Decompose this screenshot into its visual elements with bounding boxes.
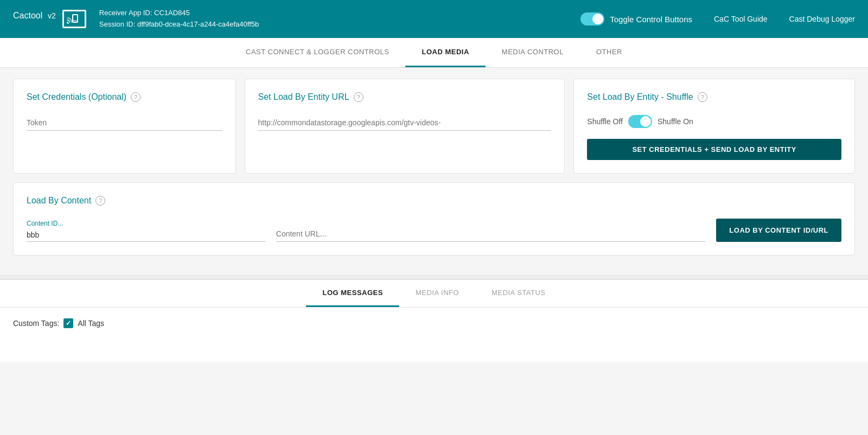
receiver-app-id: Receiver App ID: CC1AD845 <box>99 8 580 19</box>
shuffle-off-label: Shuffle Off <box>587 117 623 126</box>
shuffle-toggle-row: Shuffle Off Shuffle On <box>587 115 841 128</box>
toggle-control-buttons-group: Toggle Control Buttons <box>580 12 692 25</box>
load-content-help-icon[interactable]: ? <box>95 196 105 206</box>
content-url-input[interactable] <box>276 226 706 242</box>
set-credentials-send-load-button[interactable]: SET CREDENTIALS + SEND LOAD BY ENTITY <box>587 139 841 160</box>
session-id: Session ID: dff9fab0-dcea-4c17-a244-ca4e… <box>99 19 580 30</box>
cards-row: Set Credentials (Optional) ? Set Load By… <box>13 79 855 174</box>
cast-debug-logger-link[interactable]: Cast Debug Logger <box>789 15 855 23</box>
shuffle-toggle-switch[interactable] <box>628 115 652 128</box>
token-input[interactable] <box>27 115 222 131</box>
content-id-label: Content ID... <box>27 220 265 227</box>
cast-svg-icon <box>66 14 78 24</box>
entity-url-help-icon[interactable]: ? <box>354 92 363 102</box>
content-inputs-row: Content ID... bbb LOAD BY CONTENT ID/URL <box>27 219 841 242</box>
bottom-content-area: Custom Tags: All Tags <box>0 308 868 362</box>
tab-load-media[interactable]: LOAD MEDIA <box>405 38 485 67</box>
entity-url-card: Set Load By Entity URL ? <box>245 79 565 174</box>
all-tags-checkbox[interactable] <box>63 318 73 328</box>
load-content-card: Load By Content ? Content ID... bbb LOAD… <box>13 182 855 255</box>
logo-group: Cactool v2 <box>13 10 86 28</box>
svg-rect-0 <box>73 15 78 22</box>
bottom-tabs: LOG MESSAGES MEDIA INFO MEDIA STATUS <box>0 280 868 308</box>
header-nav: CaC Tool Guide Cast Debug Logger <box>714 15 855 23</box>
custom-tags-label: Custom Tags: <box>13 319 59 328</box>
main-content: Set Credentials (Optional) ? Set Load By… <box>0 68 868 275</box>
tab-media-control[interactable]: MEDIA CONTROL <box>486 38 580 67</box>
control-buttons-toggle[interactable] <box>580 12 604 25</box>
credentials-card: Set Credentials (Optional) ? <box>13 79 236 174</box>
entity-url-card-title: Set Load By Entity URL ? <box>258 92 552 102</box>
cast-logo-icon <box>62 10 86 28</box>
load-content-title: Load By Content ? <box>27 196 841 206</box>
custom-tags-row: Custom Tags: All Tags <box>13 318 855 328</box>
content-id-value[interactable]: bbb <box>27 228 265 242</box>
tab-media-info[interactable]: MEDIA INFO <box>399 280 475 307</box>
shuffle-card-title: Set Load By Entity - Shuffle ? <box>587 92 841 102</box>
load-by-content-button[interactable]: LOAD BY CONTENT ID/URL <box>716 219 841 242</box>
cac-tool-guide-link[interactable]: CaC Tool Guide <box>714 15 768 23</box>
bottom-section: LOG MESSAGES MEDIA INFO MEDIA STATUS Cus… <box>0 279 868 362</box>
content-url-group <box>276 226 706 242</box>
header-ids: Receiver App ID: CC1AD845 Session ID: df… <box>99 8 580 30</box>
shuffle-help-icon[interactable]: ? <box>698 92 707 102</box>
logo-text: Cactool v2 <box>13 10 56 28</box>
toggle-label: Toggle Control Buttons <box>610 15 692 24</box>
all-tags-label: All Tags <box>78 319 104 328</box>
credentials-help-icon[interactable]: ? <box>131 92 141 102</box>
tab-cast-connect[interactable]: CAST CONNECT & LOGGER CONTROLS <box>229 38 405 67</box>
credentials-card-title: Set Credentials (Optional) ? <box>27 92 222 102</box>
section-divider <box>0 275 868 279</box>
app-header: Cactool v2 Receiver App ID: CC1AD845 Ses… <box>0 0 868 38</box>
content-id-group: Content ID... bbb <box>27 220 265 242</box>
tab-media-status[interactable]: MEDIA STATUS <box>475 280 561 307</box>
shuffle-card: Set Load By Entity - Shuffle ? Shuffle O… <box>573 79 855 174</box>
entity-url-input[interactable] <box>258 115 552 131</box>
shuffle-on-label: Shuffle On <box>658 117 693 126</box>
tab-other[interactable]: OTHER <box>580 38 639 67</box>
top-tabs: CAST CONNECT & LOGGER CONTROLS LOAD MEDI… <box>0 38 868 68</box>
tab-log-messages[interactable]: LOG MESSAGES <box>306 280 399 307</box>
